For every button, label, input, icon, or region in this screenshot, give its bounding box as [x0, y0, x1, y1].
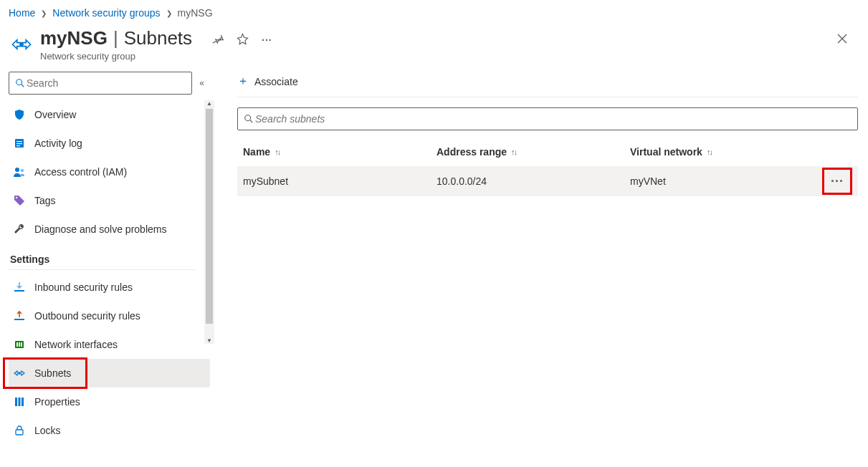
page-title: myNSG: [40, 27, 108, 49]
sidebar-item-activity-log[interactable]: Activity log: [9, 129, 210, 158]
breadcrumb-current: myNSG: [178, 7, 213, 19]
more-actions-icon[interactable]: ···: [262, 34, 272, 46]
wrench-icon: [13, 223, 26, 236]
subnet-search-input[interactable]: [254, 112, 852, 125]
column-label: Name: [243, 146, 270, 158]
column-address[interactable]: Address range ↑↓: [437, 146, 630, 158]
pin-icon[interactable]: [212, 34, 224, 47]
breadcrumb-nsg-list[interactable]: Network security groups: [52, 7, 160, 19]
sidebar-item-label: Diagnose and solve problems: [34, 223, 166, 235]
sidebar-item-subnets[interactable]: Subnets: [9, 359, 210, 387]
plus-icon: ＋: [237, 74, 249, 89]
sidebar-item-label: Activity log: [34, 138, 82, 149]
collapse-sidebar-icon[interactable]: «: [199, 78, 204, 88]
column-vnet[interactable]: Virtual network ↑↓: [630, 146, 816, 158]
subnet-icon: [13, 367, 26, 380]
svg-point-9: [21, 169, 24, 172]
table-header: Name ↑↓ Address range ↑↓ Virtual network…: [237, 138, 858, 166]
svg-rect-14: [16, 342, 18, 347]
svg-point-18: [19, 372, 21, 375]
sidebar-item-tags[interactable]: Tags: [9, 186, 210, 215]
page-section: Subnets: [124, 27, 192, 49]
page-subtitle: Network security group: [40, 51, 192, 62]
column-label: Virtual network: [630, 146, 702, 158]
scrollbar-thumb[interactable]: [206, 109, 213, 324]
shield-icon: [13, 108, 26, 121]
column-label: Address range: [437, 146, 507, 158]
breadcrumb-home[interactable]: Home: [9, 7, 35, 19]
lock-icon: [13, 424, 26, 437]
sidebar-item-overview[interactable]: Overview: [9, 100, 210, 129]
title-separator: |: [112, 27, 120, 49]
svg-rect-19: [15, 398, 17, 406]
subnets-table: Name ↑↓ Address range ↑↓ Virtual network…: [237, 138, 858, 196]
sort-icon: ↑↓: [511, 148, 516, 156]
svg-rect-21: [22, 398, 24, 406]
page-header: myNSG | Subnets Network security group ·…: [0, 21, 868, 69]
sidebar-item-label: Inbound security rules: [34, 281, 133, 293]
outbound-icon: [13, 309, 26, 322]
scrollbar[interactable]: ▲ ▼: [204, 100, 214, 344]
chevron-right-icon: ❯: [41, 9, 47, 17]
chevron-right-icon: ❯: [166, 9, 172, 17]
sidebar-item-network-interfaces[interactable]: Network interfaces: [9, 330, 210, 359]
toolbar: ＋ Associate: [237, 72, 858, 97]
sidebar-item-label: Subnets: [34, 367, 71, 379]
column-name[interactable]: Name ↑↓: [243, 146, 437, 158]
search-icon: [244, 114, 254, 124]
log-icon: [13, 137, 26, 150]
svg-rect-20: [19, 398, 21, 406]
sidebar-item-label: Properties: [34, 396, 80, 408]
svg-point-2: [16, 80, 22, 85]
svg-line-3: [22, 85, 24, 87]
sidebar-item-inbound-rules[interactable]: Inbound security rules: [9, 273, 210, 302]
svg-point-1: [19, 42, 24, 47]
breadcrumb: Home ❯ Network security groups ❯ myNSG: [0, 0, 868, 21]
sidebar-item-properties[interactable]: Properties: [9, 387, 210, 416]
sidebar-group-settings: Settings: [9, 244, 196, 270]
sidebar-item-outbound-rules[interactable]: Outbound security rules: [9, 302, 210, 330]
sidebar-item-label: Network interfaces: [34, 339, 118, 350]
sidebar-item-diagnose[interactable]: Diagnose and solve problems: [9, 215, 210, 244]
svg-line-24: [250, 120, 253, 123]
svg-point-8: [15, 168, 19, 172]
svg-point-23: [245, 115, 251, 121]
svg-rect-16: [21, 342, 22, 347]
svg-rect-22: [16, 430, 23, 435]
cell-address: 10.0.0.0/24: [437, 175, 630, 187]
associate-button[interactable]: Associate: [254, 76, 298, 87]
sort-icon: ↑↓: [707, 148, 712, 156]
nsg-icon: [9, 32, 34, 57]
row-more-actions[interactable]: ···: [822, 168, 852, 195]
subnet-search[interactable]: [237, 107, 858, 130]
svg-point-10: [16, 197, 17, 198]
svg-rect-6: [16, 143, 22, 144]
sidebar-item-label: Access control (IAM): [34, 166, 127, 178]
sidebar-item-label: Locks: [34, 425, 61, 436]
sidebar-search[interactable]: [9, 72, 192, 95]
favorite-icon[interactable]: [237, 33, 249, 47]
sort-icon: ↑↓: [275, 148, 280, 156]
sidebar: « ▲ ▼ Overview Activity log Access contr…: [0, 69, 210, 464]
sidebar-search-input[interactable]: [25, 77, 186, 90]
svg-rect-7: [16, 145, 20, 146]
svg-rect-15: [19, 342, 20, 347]
table-row[interactable]: mySubnet 10.0.0.0/24 myVNet ···: [237, 166, 858, 196]
svg-rect-5: [16, 141, 22, 142]
cell-name: mySubnet: [243, 175, 437, 187]
tag-icon: [13, 194, 26, 207]
sidebar-item-locks[interactable]: Locks: [9, 416, 210, 445]
cell-vnet: myVNet: [630, 175, 816, 187]
main-content: ＋ Associate Name ↑↓ Address range ↑↓ Vir…: [210, 69, 868, 464]
close-button[interactable]: [836, 27, 859, 48]
sidebar-item-label: Tags: [34, 195, 56, 206]
inbound-icon: [13, 281, 26, 294]
people-icon: [13, 165, 26, 178]
nic-icon: [13, 338, 26, 351]
sidebar-item-label: Overview: [34, 109, 76, 120]
search-icon: [15, 78, 25, 88]
sidebar-item-access-control[interactable]: Access control (IAM): [9, 158, 210, 186]
svg-rect-12: [14, 319, 24, 320]
sidebar-item-label: Outbound security rules: [34, 310, 140, 322]
svg-rect-11: [14, 290, 24, 292]
